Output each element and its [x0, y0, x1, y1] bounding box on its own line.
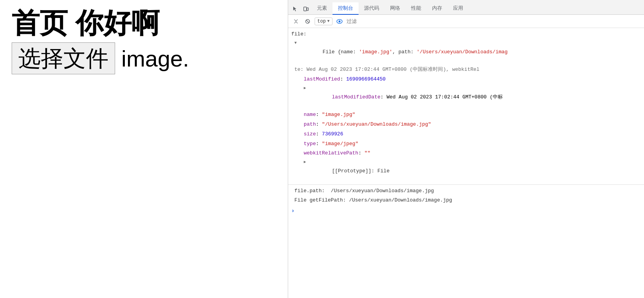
tab-network[interactable]: 网络: [385, 2, 406, 15]
file-input-row: 选择文件 image.: [12, 42, 276, 74]
clear-console-button[interactable]: [291, 17, 301, 26]
context-dropdown-arrow: ▼: [327, 19, 330, 23]
console-entry-lastModified: lastModified: 1690966964450: [288, 75, 644, 84]
console-entry-prototype: ▶ [[Prototype]]: File: [288, 158, 644, 184]
file-name-display: image.: [121, 46, 189, 72]
console-output: file: ▼ File {name: 'image.jpg', path: '…: [288, 28, 644, 298]
eye-button[interactable]: [335, 17, 344, 26]
console-entry-name: name: "image.jpg": [288, 110, 644, 120]
tab-performance[interactable]: 性能: [406, 2, 427, 15]
collapse-arrow[interactable]: ▼: [294, 40, 297, 46]
console-entry-file-object: ▼ File {name: 'image.jpg', path: '/Users…: [288, 39, 644, 65]
svg-marker-2: [294, 19, 298, 23]
console-entry-file-path-log: file.path: /Users/xueyuan/Downloads/imag…: [288, 186, 644, 196]
expand-arrow-prototype[interactable]: ▶: [304, 159, 306, 165]
tab-memory[interactable]: 内存: [427, 2, 448, 15]
console-entry-type: type: "image/jpeg": [288, 139, 644, 149]
devtools-tabs: 元素 控制台 源代码 网络 性能 内存 应用: [288, 0, 644, 15]
file-choose-button[interactable]: 选择文件: [12, 42, 115, 74]
console-entry-webkitRelativePath: webkitRelativePath: "": [288, 149, 644, 158]
page-title: 首页 你好啊: [12, 8, 276, 39]
svg-rect-1: [307, 8, 308, 11]
svg-line-4: [306, 20, 309, 23]
console-entry-getFilePath-log: File getFilePath: /Users/xueyuan/Downloa…: [288, 196, 644, 205]
svg-rect-0: [304, 7, 306, 11]
console-entry-path: path: "/Users/xueyuan/Downloads/image.jp…: [288, 120, 644, 130]
console-entry-lastModifiedDate: ▶ lastModifiedDate: Wed Aug 02 2023 17:0…: [288, 84, 644, 110]
device-toolbar-icon[interactable]: [301, 4, 312, 14]
inspect-element-icon[interactable]: [290, 4, 301, 14]
left-panel: 首页 你好啊 选择文件 image.: [0, 0, 288, 298]
tab-sources[interactable]: 源代码: [359, 2, 385, 15]
context-value: top: [317, 19, 326, 24]
svg-point-6: [338, 20, 340, 22]
expand-arrow-lastModifiedDate[interactable]: ▶: [304, 85, 306, 91]
context-selector[interactable]: top ▼: [315, 18, 332, 25]
console-divider: [288, 184, 644, 185]
console-prompt: ›: [288, 205, 644, 216]
console-entry-size: size: 7369926: [288, 130, 644, 139]
disable-button[interactable]: [303, 17, 312, 26]
console-toolbar: top ▼: [288, 15, 644, 28]
console-entry-file-date: te: Wed Aug 02 2023 17:02:44 GMT+0800 (中…: [288, 65, 644, 75]
prompt-arrow: ›: [291, 208, 294, 214]
tab-elements[interactable]: 元素: [312, 2, 332, 15]
tab-console[interactable]: 控制台: [332, 2, 359, 15]
filter-input[interactable]: [346, 18, 641, 24]
console-entry-file-label: file:: [288, 30, 644, 39]
devtools-panel: 元素 控制台 源代码 网络 性能 内存 应用 top ▼: [288, 0, 644, 298]
tab-application[interactable]: 应用: [448, 2, 469, 15]
